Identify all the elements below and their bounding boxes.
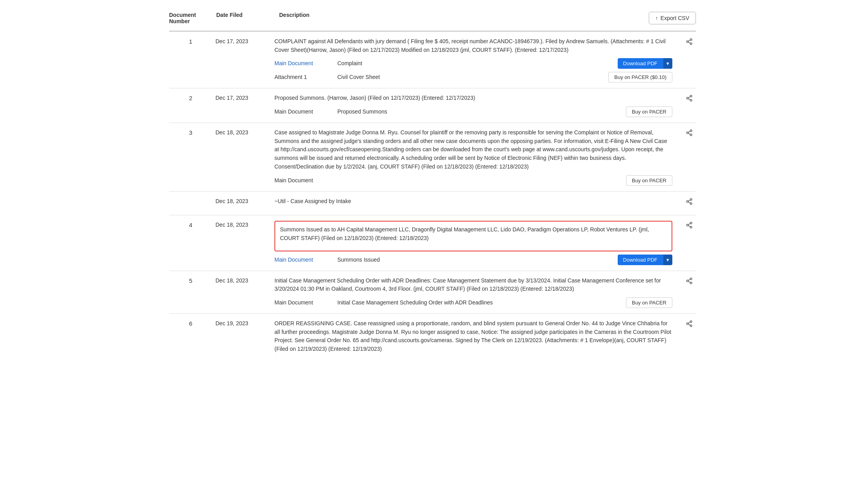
sub-row: Main DocumentSummons IssuedDownload PDF▾	[274, 255, 672, 265]
svg-line-24	[688, 224, 690, 225]
svg-line-14	[688, 131, 690, 132]
description-text: ~Util - Case Assigned by Intake	[274, 197, 672, 206]
sub-rows: Main DocumentInitial Case Management Sch…	[274, 297, 672, 308]
description-cell: ORDER REASSIGNING CASE. Case reassigned …	[271, 313, 680, 363]
share-cell	[680, 32, 696, 88]
buy-on-pacer-button[interactable]: Buy on PACER	[626, 175, 672, 186]
share-icon[interactable]	[686, 96, 693, 103]
svg-line-34	[688, 322, 690, 323]
buy-on-pacer-button[interactable]: Buy on PACER	[626, 106, 672, 117]
sub-row: Attachment 1Civil Cover SheetBuy on PACE…	[274, 72, 672, 82]
sub-doc-name: Civil Cover Sheet	[337, 73, 608, 81]
download-pdf-button[interactable]: Download PDF	[618, 255, 663, 265]
share-cell	[680, 313, 696, 363]
highlighted-description: Summons Issued as to AH Capital Manageme…	[274, 221, 672, 251]
description-text: Initial Case Management Scheduling Order…	[274, 277, 672, 293]
share-icon[interactable]	[686, 223, 693, 230]
sub-row-actions: Download PDF▾	[618, 58, 672, 69]
share-icon[interactable]	[686, 131, 693, 137]
sub-doc-name: Initial Case Management Scheduling Order…	[337, 299, 626, 307]
sub-rows: Main DocumentComplaintDownload PDF▾Attac…	[274, 58, 672, 82]
col-header-date: Date Filed	[216, 12, 279, 24]
sub-doc-name: Complaint	[337, 59, 618, 68]
sub-doc-name: Summons Issued	[337, 256, 618, 264]
column-headers: Document Number Date Filed Description	[169, 12, 309, 24]
buy-on-pacer-price-button[interactable]: Buy on PACER ($0.10)	[608, 72, 672, 82]
sub-doc-label-link[interactable]: Main Document	[274, 256, 337, 264]
doc-number-cell: 4	[169, 215, 212, 271]
table-row: Dec 18, 2023~Util - Case Assigned by Int…	[169, 191, 696, 215]
description-cell: Case assigned to Magistrate Judge Donna …	[271, 123, 680, 191]
export-icon: ↑	[655, 15, 658, 21]
svg-line-9	[688, 97, 690, 98]
buy-on-pacer-button[interactable]: Buy on PACER	[626, 297, 672, 308]
sub-doc-label-link[interactable]: Main Document	[274, 59, 337, 68]
download-pdf-button[interactable]: Download PDF	[618, 58, 663, 69]
sub-row: Main DocumentProposed SummonsBuy on PACE…	[274, 106, 672, 117]
doc-number-cell: 3	[169, 123, 212, 191]
svg-line-29	[688, 279, 690, 280]
date-filed-cell: Dec 17, 2023	[212, 88, 271, 123]
description-cell: ~Util - Case Assigned by Intake	[271, 191, 680, 215]
date-filed-cell: Dec 18, 2023	[212, 271, 271, 313]
svg-line-8	[688, 99, 690, 100]
sub-doc-label: Attachment 1	[274, 73, 337, 81]
page-wrapper: Document Number Date Filed Description ↑…	[157, 0, 708, 371]
share-cell	[680, 88, 696, 123]
share-cell	[680, 271, 696, 313]
svg-line-4	[688, 40, 690, 41]
svg-line-28	[688, 281, 690, 282]
share-icon[interactable]	[686, 279, 693, 286]
svg-line-19	[688, 200, 690, 201]
svg-line-33	[688, 324, 690, 325]
table-row: 3Dec 18, 2023Case assigned to Magistrate…	[169, 123, 696, 191]
share-icon[interactable]	[686, 200, 693, 206]
sub-rows: Main DocumentBuy on PACER	[274, 175, 672, 186]
description-cell: Initial Case Management Scheduling Order…	[271, 271, 680, 313]
share-icon[interactable]	[686, 40, 693, 46]
sub-rows: Main DocumentSummons IssuedDownload PDF▾	[274, 255, 672, 265]
description-cell: Summons Issued as to AH Capital Manageme…	[271, 215, 680, 271]
description-text: Proposed Summons. (Harrow, Jason) (Filed…	[274, 94, 672, 103]
svg-line-18	[688, 202, 690, 203]
description-text: Summons Issued as to AH Capital Manageme…	[280, 225, 667, 242]
table-row: 4Dec 18, 2023Summons Issued as to AH Cap…	[169, 215, 696, 271]
svg-line-23	[688, 225, 690, 227]
download-pdf-group: Download PDF▾	[618, 58, 672, 69]
col-header-desc: Description	[279, 12, 309, 24]
sub-row-actions: Buy on PACER	[626, 106, 672, 117]
docket-table: 1Dec 17, 2023COMPLAINT against All Defen…	[169, 31, 696, 363]
sub-row: Main DocumentBuy on PACER	[274, 175, 672, 186]
sub-doc-label: Main Document	[274, 299, 337, 307]
sub-row-actions: Download PDF▾	[618, 255, 672, 265]
description-text: COMPLAINT against All Defendants with ju…	[274, 37, 672, 54]
sub-doc-label: Main Document	[274, 176, 337, 185]
description-text: Case assigned to Magistrate Judge Donna …	[274, 128, 672, 171]
sub-row-actions: Buy on PACER	[626, 175, 672, 186]
download-pdf-caret-button[interactable]: ▾	[663, 255, 672, 265]
table-row: 1Dec 17, 2023COMPLAINT against All Defen…	[169, 32, 696, 88]
sub-row: Main DocumentInitial Case Management Sch…	[274, 297, 672, 308]
sub-rows: Main DocumentProposed SummonsBuy on PACE…	[274, 106, 672, 117]
sub-doc-label: Main Document	[274, 108, 337, 116]
description-text: ORDER REASSIGNING CASE. Case reassigned …	[274, 319, 672, 354]
date-filed-cell: Dec 18, 2023	[212, 215, 271, 271]
description-cell: Proposed Summons. (Harrow, Jason) (Filed…	[271, 88, 680, 123]
share-icon[interactable]	[686, 322, 693, 328]
export-csv-button[interactable]: ↑ Export CSV	[649, 12, 696, 24]
doc-number-cell	[169, 191, 212, 215]
table-row: 5Dec 18, 2023Initial Case Management Sch…	[169, 271, 696, 313]
sub-doc-name: Proposed Summons	[337, 108, 626, 116]
doc-number-cell: 5	[169, 271, 212, 313]
doc-number-cell: 1	[169, 32, 212, 88]
table-header: Document Number Date Filed Description ↑…	[169, 8, 696, 31]
col-header-doc-num: Document Number	[169, 12, 216, 24]
date-filed-cell: Dec 19, 2023	[212, 313, 271, 363]
share-cell	[680, 191, 696, 215]
download-pdf-group: Download PDF▾	[618, 255, 672, 265]
doc-number-cell: 2	[169, 88, 212, 123]
sub-row-actions: Buy on PACER	[626, 297, 672, 308]
download-pdf-caret-button[interactable]: ▾	[663, 58, 672, 69]
svg-line-13	[688, 133, 690, 134]
share-cell	[680, 215, 696, 271]
